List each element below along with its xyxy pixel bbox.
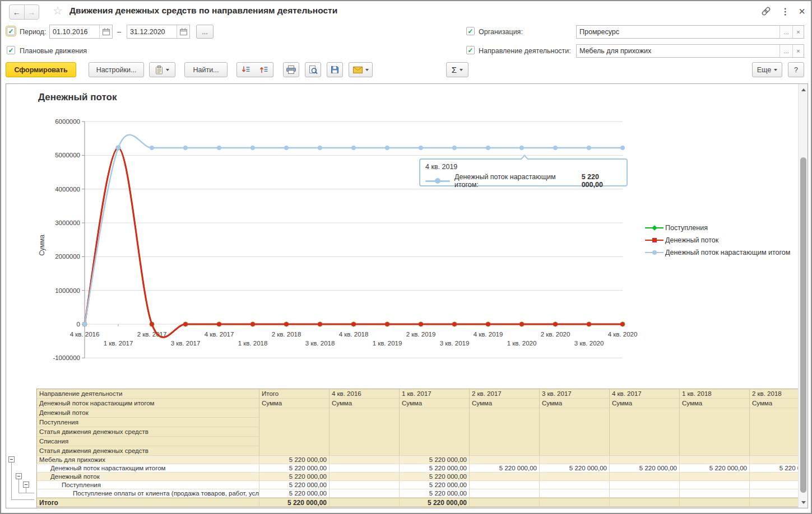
period-label: Период: (20, 28, 46, 36)
calendar-icon[interactable] (99, 25, 112, 38)
row-value (610, 473, 680, 481)
table-header-label[interactable]: Списания (37, 437, 259, 446)
period-to-input[interactable] (127, 25, 177, 38)
table-row[interactable]: Мебель для прихожих5 220 000,005 220 000… (6, 456, 808, 464)
sort-ascending-button[interactable] (254, 62, 273, 77)
table-column-sub[interactable]: Сумма (680, 399, 750, 408)
table-column-title[interactable]: 3 кв. 2017 (540, 389, 610, 399)
tooltip-series-sample (425, 180, 450, 182)
table-column-title[interactable]: 4 кв. 2016 (330, 389, 400, 399)
table-row[interactable]: Поступления5 220 000,005 220 000,00 (6, 481, 808, 489)
tree-expander[interactable] (16, 473, 22, 479)
sort-ascending-icon (259, 66, 268, 74)
choose-button[interactable]: ... (779, 45, 792, 57)
table-column-sub[interactable]: Сумма (259, 399, 330, 408)
square-marker-icon (520, 323, 524, 326)
svg-text:2000000: 2000000 (55, 253, 80, 260)
calendar-icon[interactable] (177, 25, 189, 38)
table-header-label[interactable]: Денежный поток нарастающим итогом (37, 399, 259, 408)
table-header-label[interactable]: Статья движения денежных средств (37, 446, 259, 456)
period-more-button[interactable]: ... (196, 25, 214, 39)
clear-icon[interactable]: × (792, 45, 804, 57)
square-marker-icon (352, 323, 356, 326)
row-value: 5 220 000,00 (400, 464, 470, 473)
table-column-title[interactable]: 4 кв. 2017 (610, 389, 680, 399)
envelope-icon (353, 67, 363, 73)
planned-checkbox[interactable]: ✓ (7, 46, 15, 54)
table-row[interactable]: Итого5 220 000,005 220 000,00 (6, 498, 808, 507)
period-checkbox[interactable]: ✓ (7, 27, 15, 35)
clear-icon[interactable]: × (792, 26, 804, 38)
table-column-sub[interactable]: Сумма (610, 399, 680, 408)
scroll-down-icon[interactable] (799, 498, 808, 507)
menu-kebab-icon[interactable]: ⋮ (781, 6, 790, 17)
totals-button[interactable]: Σ (446, 62, 468, 77)
period-dash: – (117, 27, 121, 36)
send-mail-button[interactable] (349, 62, 373, 77)
table-row[interactable]: Поступление оплаты от клиента (продажа т… (6, 489, 808, 498)
square-marker-icon (453, 323, 457, 326)
table-column-title[interactable]: 1 кв. 2018 (680, 389, 750, 399)
sort-descending-button[interactable] (236, 62, 255, 77)
table-column-sub[interactable]: Сумма (470, 399, 540, 408)
legend-item: Денежный поток (645, 234, 790, 246)
vertical-scrollbar[interactable] (798, 84, 808, 508)
more-button[interactable]: Еще (752, 62, 782, 77)
circle-marker-icon (652, 250, 657, 255)
dropdown-caret-icon (460, 69, 463, 71)
save-button[interactable] (327, 62, 343, 77)
svg-text:3 кв. 2017: 3 кв. 2017 (171, 340, 201, 347)
table-header-label[interactable]: Направление деятельности (37, 389, 259, 399)
table-column-title[interactable]: 1 кв. 2017 (400, 389, 470, 399)
table-column-sub[interactable]: Сумма (540, 399, 610, 408)
link-icon[interactable] (760, 6, 772, 17)
help-button[interactable]: ? (788, 62, 804, 77)
find-button[interactable]: Найти... (184, 62, 228, 77)
period-from-field (49, 25, 113, 39)
table-header: Направление деятельностиДенежный поток н… (6, 389, 808, 456)
table-column-sub[interactable]: Сумма (330, 399, 400, 408)
forward-button[interactable]: → (24, 5, 39, 19)
direction-label: Направление деятельности: (479, 47, 571, 55)
table-column-title[interactable]: 2 кв. 2017 (470, 389, 540, 399)
settings-button[interactable]: Настройки... (89, 62, 144, 77)
row-value (330, 489, 400, 498)
generate-button[interactable]: Сформировать (6, 62, 76, 77)
favorite-star-icon[interactable]: ☆ (53, 4, 63, 17)
table-column-sub[interactable]: Сумма (400, 399, 470, 408)
print-button[interactable] (283, 62, 299, 77)
back-button[interactable]: ← (10, 5, 24, 19)
report-variants-button[interactable] (149, 62, 175, 77)
organization-input[interactable] (577, 26, 779, 38)
choose-button[interactable]: ... (779, 26, 792, 38)
organization-checkbox[interactable]: ✓ (466, 27, 475, 35)
table-header-label[interactable]: Денежный поток (37, 408, 259, 418)
table-header-label[interactable]: Статья движения денежных средств (37, 427, 259, 437)
tree-expander[interactable] (23, 482, 29, 488)
table-header-fill (540, 408, 610, 456)
svg-text:6000000: 6000000 (55, 118, 80, 125)
more-label: Еще (757, 66, 771, 74)
close-icon[interactable]: × (799, 6, 805, 17)
preview-button[interactable] (305, 62, 321, 77)
svg-text:3 кв. 2018: 3 кв. 2018 (305, 340, 335, 347)
table-header-label[interactable]: Поступления (37, 418, 259, 427)
circle-marker-icon (587, 146, 591, 150)
tree-gutter (6, 389, 36, 456)
circle-marker-icon (318, 146, 322, 150)
dropdown-caret-icon (365, 69, 369, 71)
tree-expander[interactable] (8, 456, 15, 462)
table-row[interactable]: Денежный поток нарастающим итогом5 220 0… (6, 464, 808, 473)
scrollbar-thumb[interactable] (800, 157, 806, 493)
scroll-up-icon[interactable] (799, 85, 808, 94)
tooltip-marker-icon (435, 178, 440, 184)
table-row[interactable]: Денежный поток5 220 000,005 220 000,00 (6, 473, 808, 481)
table-column-title[interactable]: Итого (259, 389, 330, 399)
direction-input[interactable] (577, 45, 779, 57)
svg-text:3000000: 3000000 (55, 219, 80, 226)
circle-marker-icon (250, 146, 255, 150)
direction-checkbox[interactable]: ✓ (466, 46, 475, 54)
period-from-input[interactable] (50, 25, 99, 38)
svg-text:1 кв. 2018: 1 кв. 2018 (238, 340, 268, 347)
table-header-fill (470, 408, 540, 456)
